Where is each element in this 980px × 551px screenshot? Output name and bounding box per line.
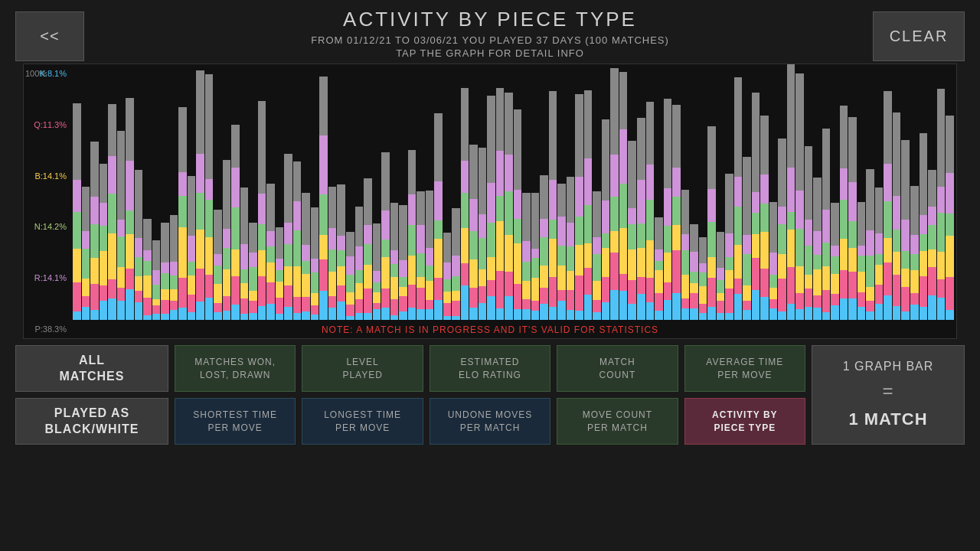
bar-group[interactable] [866,64,874,320]
bar-group[interactable] [355,64,364,320]
bar-group[interactable] [188,64,196,320]
avg-time-button[interactable]: AVERAGE TIMEPER MOVE [684,345,805,392]
bar-group[interactable] [549,64,557,320]
bar-group[interactable] [364,64,372,320]
bar-group[interactable] [249,64,257,320]
bar-group[interactable] [293,64,302,320]
activity-piece-type-button[interactable]: ACTIVITY BYPIECE TYPE [684,398,805,445]
bar-group[interactable] [487,64,495,320]
bar-group[interactable] [443,64,452,320]
bar-group[interactable] [805,64,813,320]
bar-group[interactable] [231,64,240,320]
bar-group[interactable] [426,64,434,320]
bar-group[interactable] [672,64,681,320]
bar-group[interactable] [328,64,337,320]
bar-group[interactable] [619,64,628,320]
bar-group[interactable] [752,64,760,320]
bar-group[interactable] [258,64,266,320]
bar-group[interactable] [717,64,725,320]
bar-group[interactable] [920,64,928,320]
bar-group[interactable] [100,64,108,320]
bar-group[interactable] [408,64,416,320]
bar-group[interactable] [223,64,231,320]
bar-group[interactable] [567,64,575,320]
back-button[interactable]: << [15,11,84,61]
match-count-button[interactable]: MATCHCOUNT [557,345,678,392]
bar-group[interactable] [302,64,310,320]
bar-group[interactable] [390,64,399,320]
bar-group[interactable] [646,64,655,320]
bar-group[interactable] [831,64,839,320]
shortest-time-button[interactable]: SHORTEST TIMEPER MOVE [175,398,296,445]
bar-group[interactable] [196,64,204,320]
bar-group[interactable] [795,64,804,320]
bar-group[interactable] [205,64,214,320]
bar-group[interactable] [557,64,566,320]
bar-group[interactable] [143,64,152,320]
bar-group[interactable] [681,64,690,320]
bar-group[interactable] [117,64,126,320]
bar-group[interactable] [496,64,505,320]
bar-group[interactable] [884,64,892,320]
bar-group[interactable] [214,64,222,320]
bar-group[interactable] [593,64,601,320]
bar-group[interactable] [840,64,848,320]
bar-group[interactable] [284,64,292,320]
bar-group[interactable] [699,64,707,320]
bar-group[interactable] [690,64,698,320]
bar-group[interactable] [170,64,178,320]
played-as-button[interactable]: PLAYED ASBLACK/WHITE [15,398,168,445]
bar-group[interactable] [743,64,751,320]
bar-group[interactable] [381,64,390,320]
bar-group[interactable] [637,64,645,320]
bar-group[interactable] [452,64,460,320]
bar-group[interactable] [910,64,919,320]
bar-group[interactable] [152,64,161,320]
bar-group[interactable] [707,64,716,320]
bar-group[interactable] [479,64,487,320]
bar-group[interactable] [760,64,769,320]
bar-group[interactable] [655,64,663,320]
bar-group[interactable] [531,64,540,320]
bar-group[interactable] [73,64,81,320]
bar-group[interactable] [725,64,733,320]
longest-time-button[interactable]: LONGEST TIMEPER MOVE [302,398,423,445]
bar-group[interactable] [848,64,857,320]
bar-group[interactable] [319,64,328,320]
bar-group[interactable] [946,64,954,320]
bar-group[interactable] [875,64,884,320]
clear-button[interactable]: CLEAR [873,11,965,61]
bar-group[interactable] [399,64,407,320]
bar-group[interactable] [540,64,548,320]
bar-group[interactable] [346,64,354,320]
bar-group[interactable] [901,64,910,320]
bar-group[interactable] [822,64,831,320]
bar-group[interactable] [778,64,786,320]
move-count-button[interactable]: MOVE COUNTPER MATCH [557,398,678,445]
elo-rating-button[interactable]: ESTIMATEDELO RATING [430,345,550,392]
bar-group[interactable] [787,64,795,320]
bar-group[interactable] [734,64,743,320]
bar-group[interactable] [240,64,249,320]
chart-area[interactable]: 100% K:8.1% Q:11.3% B:14.1% N:14.2% R:14… [23,64,957,339]
bar-group[interactable] [522,64,531,320]
bar-group[interactable] [769,64,778,320]
level-played-button[interactable]: LEVELPLAYED [302,345,423,392]
bar-group[interactable] [575,64,583,320]
bar-group[interactable] [434,64,443,320]
bar-group[interactable] [584,64,593,320]
bar-group[interactable] [161,64,169,320]
bar-group[interactable] [602,64,610,320]
bar-group[interactable] [178,64,187,320]
bar-group[interactable] [893,64,901,320]
bar-group[interactable] [813,64,822,320]
bar-group[interactable] [610,64,619,320]
all-matches-button[interactable]: ALLMATCHES [15,345,168,392]
bar-group[interactable] [126,64,134,320]
bar-group[interactable] [337,64,345,320]
matches-won-button[interactable]: MATCHES WON,LOST, DRAWN [175,345,296,392]
bar-group[interactable] [90,64,99,320]
bar-group[interactable] [628,64,636,320]
bar-group[interactable] [266,64,275,320]
bar-group[interactable] [416,64,425,320]
